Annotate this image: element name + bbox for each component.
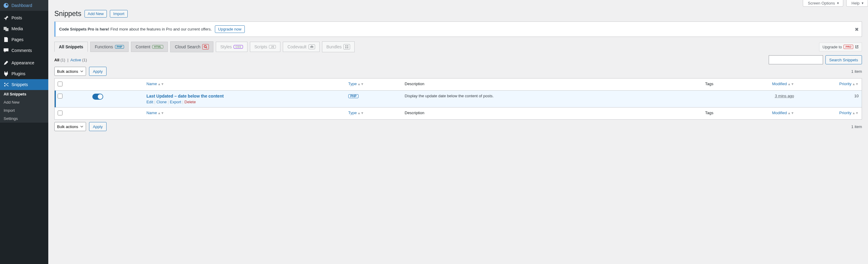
- tab-bundles: Bundles: [322, 41, 355, 52]
- scissors-icon: [3, 82, 9, 88]
- screen-options-button[interactable]: Screen Options▼: [803, 0, 843, 7]
- view-filters: All (1) | Active (1): [54, 58, 87, 62]
- sort-icon: ▲▼: [852, 82, 859, 86]
- svg-rect-1: [345, 45, 346, 47]
- help-button[interactable]: Help▼: [846, 0, 868, 7]
- sort-icon: ▲▼: [852, 111, 859, 115]
- select-all-checkbox-bottom[interactable]: [58, 111, 62, 115]
- sidebar-item-dashboard[interactable]: Dashboard: [0, 0, 48, 11]
- sort-icon: ▲▼: [787, 111, 794, 115]
- css-badge: CSS: [234, 45, 243, 49]
- screen-meta: Screen Options▼ Help▼: [54, 0, 868, 7]
- sidebar-item-media[interactable]: Media: [0, 23, 48, 34]
- svg-rect-4: [347, 47, 348, 48]
- sort-icon: ▲▼: [787, 82, 794, 86]
- sidebar-item-pages[interactable]: Pages: [0, 34, 48, 45]
- row-checkbox[interactable]: [58, 94, 62, 98]
- item-count: 1 item: [851, 69, 862, 74]
- upgrade-now-button[interactable]: Upgrade now: [215, 25, 245, 33]
- edit-link[interactable]: Edit: [146, 100, 153, 104]
- main-content: Screen Options▼ Help▼ Snippets Add New I…: [48, 0, 868, 264]
- clone-link[interactable]: Clone: [156, 100, 166, 104]
- column-name[interactable]: Name▲▼: [143, 79, 345, 91]
- snippets-table: Name▲▼ Type▲▼ Description Tags Modified▲…: [54, 78, 862, 120]
- snippet-description: Display the update date below the conten…: [402, 91, 668, 107]
- sidebar-item-appearance[interactable]: Appearance: [0, 57, 48, 68]
- sidebar-item-label: Posts: [11, 16, 22, 20]
- tab-content[interactable]: ContentHTML: [131, 42, 168, 52]
- search-icon: [202, 44, 209, 50]
- filter-active[interactable]: Active: [70, 58, 81, 62]
- pro-badge: PRO: [843, 45, 853, 49]
- type-badge: PHP: [348, 94, 359, 98]
- sort-icon: ▲▼: [158, 111, 164, 115]
- upgrade-to-pro-button[interactable]: Upgrade toPRO: [819, 42, 862, 51]
- sidebar-item-plugins[interactable]: Plugins: [0, 68, 48, 79]
- search-input[interactable]: [769, 55, 823, 64]
- tab-styles: StylesCSS: [216, 42, 247, 52]
- plugins-icon: [3, 71, 9, 77]
- sidebar-sub-all-snippets[interactable]: All Snippets: [0, 90, 48, 98]
- tab-all-snippets[interactable]: All Snippets: [54, 42, 88, 52]
- upgrade-notice: Code Snippets Pro is here! Find more abo…: [54, 22, 862, 37]
- grid-icon: [343, 44, 350, 50]
- row-actions: Edit | Clone | Export | Delete: [146, 100, 342, 104]
- filter-all[interactable]: All: [54, 58, 59, 62]
- sidebar-item-label: Dashboard: [11, 3, 32, 8]
- bulk-actions-select[interactable]: Bulk actions: [54, 67, 86, 76]
- add-new-button[interactable]: Add New: [85, 10, 107, 18]
- sidebar-sub-add-new[interactable]: Add New: [0, 98, 48, 106]
- item-count-bottom: 1 item: [851, 124, 862, 129]
- svg-point-0: [204, 46, 207, 48]
- svg-rect-3: [345, 47, 346, 48]
- sidebar-item-posts[interactable]: Posts: [0, 12, 48, 23]
- comments-icon: [3, 48, 9, 54]
- column-modified[interactable]: Modified▲▼: [716, 79, 797, 91]
- sidebar-item-comments[interactable]: Comments: [0, 45, 48, 56]
- column-priority[interactable]: Priority▲▼: [797, 79, 862, 91]
- column-priority[interactable]: Priority▲▼: [797, 107, 862, 119]
- delete-link[interactable]: Delete: [184, 100, 196, 104]
- sidebar-sub-settings[interactable]: Settings: [0, 115, 48, 123]
- apply-button[interactable]: Apply: [89, 67, 107, 76]
- dashboard-icon: [3, 2, 9, 8]
- import-button[interactable]: Import: [110, 10, 128, 18]
- column-type[interactable]: Type▲▼: [345, 79, 402, 91]
- sort-icon: ▲▼: [158, 82, 164, 86]
- select-all-checkbox[interactable]: [58, 82, 62, 86]
- column-tags: Tags: [668, 107, 716, 119]
- snippet-toggle[interactable]: [92, 94, 103, 100]
- snippet-title-link[interactable]: Last Updated – date below the content: [146, 94, 224, 98]
- tab-cloud-search[interactable]: Cloud Search: [170, 41, 213, 52]
- column-modified[interactable]: Modified▲▼: [716, 107, 797, 119]
- svg-rect-2: [347, 45, 348, 47]
- js-badge: JS: [269, 45, 276, 49]
- modified-time: 3 mins ago: [775, 94, 794, 98]
- sidebar-item-label: Comments: [11, 48, 32, 53]
- tab-scripts: ScriptsJS: [250, 42, 281, 52]
- page-title: Snippets: [54, 10, 82, 18]
- sidebar-submenu: All Snippets Add New Import Settings: [0, 90, 48, 123]
- bulk-actions-select-bottom[interactable]: Bulk actions: [54, 122, 86, 131]
- pin-icon: [3, 15, 9, 21]
- pages-icon: [3, 36, 9, 42]
- priority-value: 10: [797, 91, 862, 107]
- notice-text: Code Snippets Pro is here! Find more abo…: [59, 27, 212, 31]
- table-row: Last Updated – date below the content Ed…: [55, 91, 862, 107]
- column-name[interactable]: Name▲▼: [143, 107, 345, 119]
- column-type[interactable]: Type▲▼: [345, 107, 402, 119]
- sort-icon: ▲▼: [357, 82, 364, 86]
- sidebar-item-snippets[interactable]: Snippets: [0, 79, 48, 90]
- tab-codevault: Codevault: [283, 42, 319, 52]
- apply-button-bottom[interactable]: Apply: [89, 122, 107, 131]
- sidebar-sub-import[interactable]: Import: [0, 106, 48, 115]
- dismiss-notice-icon[interactable]: ✖: [855, 26, 859, 32]
- tab-functions[interactable]: FunctionsPHP: [90, 42, 129, 52]
- search-snippets-button[interactable]: Search Snippets: [826, 55, 862, 64]
- sidebar-item-label: Pages: [11, 37, 24, 42]
- column-tags: Tags: [668, 79, 716, 91]
- export-link[interactable]: Export: [170, 100, 181, 104]
- sort-icon: ▲▼: [357, 111, 364, 115]
- column-description: Description: [402, 107, 668, 119]
- admin-sidebar: Dashboard Posts Media Pages Comments App…: [0, 0, 48, 264]
